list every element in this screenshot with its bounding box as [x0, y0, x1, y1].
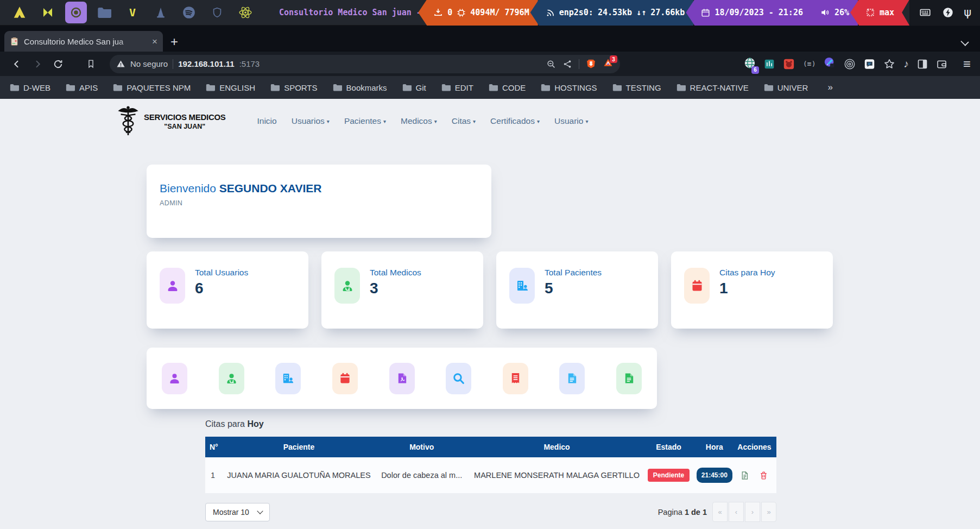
net-down: 24.53kb	[598, 8, 632, 17]
bookmarks-overflow-chevron[interactable]: »	[827, 82, 832, 93]
stat-value: 1	[719, 280, 775, 297]
pagination-first-button[interactable]: «	[712, 502, 728, 522]
bookmark-folder[interactable]: PAQUETES NPM	[113, 83, 191, 92]
bookmark-folder[interactable]: UNIVER	[764, 83, 808, 92]
folder-taskbar-icon[interactable]	[93, 2, 115, 23]
hospital-user-icon[interactable]	[275, 363, 301, 394]
translate-extension-icon[interactable]: 6	[744, 57, 756, 71]
stat-value: 3	[370, 280, 421, 297]
spotify-icon[interactable]	[178, 2, 200, 23]
security-label[interactable]: No seguro	[130, 59, 168, 68]
menu-icon[interactable]: ≡	[963, 56, 970, 72]
power-bolt-icon[interactable]	[942, 7, 954, 18]
welcome-user-name: SEGUNDO XAVIER	[219, 182, 322, 194]
volume-level: 26%	[834, 8, 849, 17]
url-host[interactable]: 192.168.101.11	[178, 59, 234, 68]
appointments-table: N° Paciente Motivo Medico Estado Hora Ac…	[205, 437, 776, 493]
bookmark-folder[interactable]: EDIT	[441, 83, 473, 92]
doctor-icon[interactable]	[219, 363, 244, 394]
nav-citas[interactable]: Citas▾	[452, 116, 476, 126]
status-segments: 0 4094M/ 7796M enp2s0: 24.53kb ↓↑ 27.66k…	[426, 0, 980, 26]
stat-card-medicos: Total Medicos 3	[321, 251, 483, 329]
music-note-icon[interactable]: ♪	[903, 58, 909, 70]
nav-usuario[interactable]: Usuario▾	[554, 116, 588, 126]
usb-icon[interactable]: ψ	[964, 6, 971, 19]
pagination-next-button[interactable]: ›	[745, 502, 760, 522]
bookmark-folder[interactable]: HOSTINGS	[541, 83, 597, 92]
user-icon[interactable]	[162, 363, 187, 394]
vlc-cone-icon[interactable]	[150, 2, 172, 23]
paren-extension-icon[interactable]: (≡)	[803, 60, 815, 68]
stat-card-pacientes: Total Pacientes 5	[496, 251, 658, 329]
pagination-prev-button[interactable]: ‹	[729, 502, 744, 522]
search-icon[interactable]	[446, 363, 471, 394]
bookmark-label: UNIVER	[777, 83, 808, 92]
bookmark-folder[interactable]: Bookmarks	[333, 83, 387, 92]
col-estado: Estado	[641, 437, 697, 457]
table-footer: Mostrar 10 Pagina 1 de 1 « ‹ › »	[205, 502, 776, 522]
bookmark-folder[interactable]: APIS	[66, 83, 98, 92]
trash-icon[interactable]	[759, 470, 768, 481]
bookmark-folder[interactable]: CODE	[489, 83, 526, 92]
receipt-icon[interactable]	[503, 363, 528, 394]
sidebar-toggle-icon[interactable]	[917, 59, 928, 70]
nav-certificados[interactable]: Certificados▾	[490, 116, 540, 126]
keyboard-icon[interactable]	[918, 7, 932, 18]
react-atom-icon[interactable]	[235, 2, 256, 23]
brave-rewards-icon[interactable]: 3	[603, 58, 614, 70]
calendar-icon[interactable]	[332, 363, 358, 394]
file-blue-icon[interactable]	[559, 363, 585, 394]
nav-inicio[interactable]: Inicio	[257, 116, 277, 126]
pdf-file-icon[interactable]	[389, 363, 415, 394]
url-bar[interactable]: No seguro 192.168.101.11 :5173 3	[110, 55, 620, 73]
pagination-last-button[interactable]: »	[761, 502, 776, 522]
cell-estado: Pendiente	[641, 457, 697, 493]
file-green-icon[interactable]	[616, 363, 642, 394]
editor-extension-icon[interactable]	[824, 57, 836, 71]
bookmark-folder[interactable]: ENGLISH	[206, 83, 255, 92]
share-icon[interactable]	[562, 59, 572, 69]
stats-extension-icon[interactable]	[764, 58, 775, 70]
new-tab-button[interactable]: +	[170, 35, 178, 48]
bookmark-folder[interactable]: D-WEB	[10, 83, 50, 92]
tab-search-chevron-icon[interactable]	[960, 37, 969, 46]
bookmark-folder[interactable]: Git	[402, 83, 426, 92]
reload-button[interactable]	[49, 55, 67, 73]
file-invoice-icon[interactable]	[740, 470, 749, 481]
nav-medicos[interactable]: Medicos▾	[401, 116, 437, 126]
back-button[interactable]	[8, 55, 26, 73]
extensions-area: 6 (≡) ♪ ≡	[744, 56, 972, 72]
arch-icon[interactable]	[9, 2, 30, 23]
url-port[interactable]: :5173	[239, 59, 260, 68]
rows-per-page-select[interactable]: Mostrar 10	[205, 503, 270, 521]
warning-icon[interactable]	[116, 59, 125, 68]
browser-tab[interactable]: Consultorio Medico San jua ×	[4, 31, 163, 52]
wallet-icon[interactable]	[936, 59, 947, 70]
favicon-clipboard-icon	[10, 37, 19, 46]
v-editor-icon[interactable]: V	[122, 2, 143, 23]
bowtie-icon[interactable]	[37, 2, 59, 23]
bookmark-folder[interactable]: TESTING	[612, 83, 661, 92]
page-indicator: Pagina 1 de 1	[658, 508, 707, 517]
target-extension-icon[interactable]	[844, 58, 856, 70]
zoom-out-icon[interactable]	[546, 59, 556, 69]
panda-extension-icon[interactable]	[783, 58, 795, 70]
forward-button[interactable]	[28, 55, 47, 73]
calendar-clock-icon	[701, 8, 710, 17]
brave-shield-icon[interactable]	[586, 58, 596, 70]
star-extension-icon[interactable]	[883, 58, 895, 70]
memory-chip-icon	[457, 8, 466, 17]
close-tab-icon[interactable]: ×	[152, 37, 157, 46]
pill-divider	[579, 59, 579, 69]
chevron-down-icon: ▾	[434, 118, 437, 124]
bookmark-folder[interactable]: SPORTS	[270, 83, 317, 92]
nav-usuarios[interactable]: Usuarios▾	[292, 116, 330, 126]
cell-motivo: Dolor de cabeza al m...	[371, 457, 473, 493]
chat-extension-icon[interactable]	[864, 58, 875, 70]
nav-pacientes[interactable]: Pacientes▾	[344, 116, 386, 126]
workspace-active-icon[interactable]	[65, 2, 87, 23]
shield-app-icon[interactable]	[206, 2, 228, 23]
bookmark-folder[interactable]: REACT-NATIVE	[676, 83, 749, 92]
brand[interactable]: SERVICIOS MEDICOS "SAN JUAN"	[117, 105, 226, 137]
bookmark-flag-icon[interactable]	[81, 55, 100, 73]
